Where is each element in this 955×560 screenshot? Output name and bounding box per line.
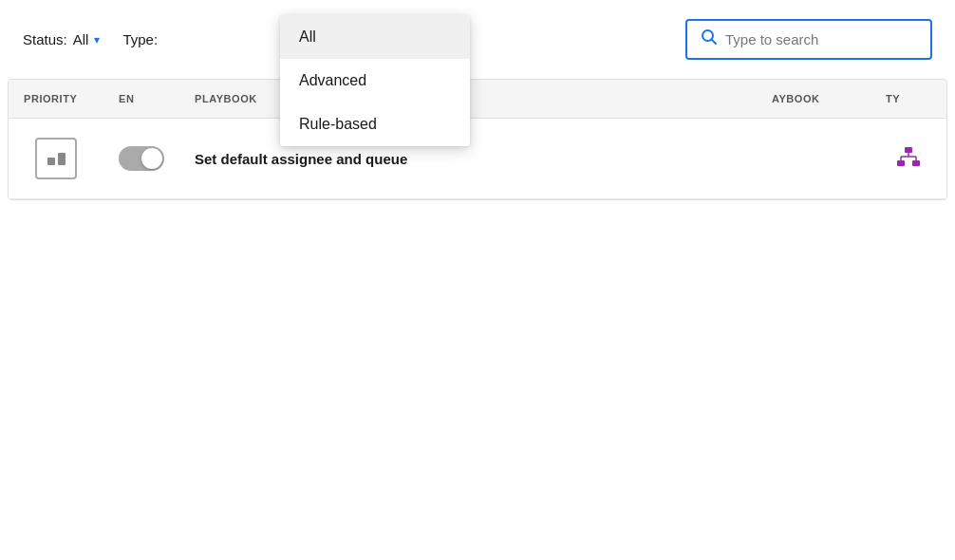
search-icon	[701, 28, 718, 50]
rules-table: PRIORITY EN PLAYBOOK AYBOOK TY S	[8, 79, 947, 200]
toggle-knob	[141, 148, 162, 169]
table-header: PRIORITY EN PLAYBOOK AYBOOK TY	[9, 80, 946, 119]
col-priority: PRIORITY	[9, 80, 103, 118]
svg-line-1	[712, 40, 717, 45]
col-type: TY	[871, 80, 946, 118]
priority-icon	[35, 138, 77, 179]
search-input[interactable]	[725, 31, 915, 47]
bar-2	[58, 153, 66, 165]
enabled-cell	[103, 146, 179, 171]
svg-rect-8	[912, 160, 920, 166]
search-box	[685, 19, 932, 60]
bar-1	[47, 158, 55, 165]
type-label: Type:	[122, 31, 158, 47]
rule-name: Set default assignee and queue	[195, 151, 407, 167]
rule-name-cell: Set default assignee and queue	[179, 151, 871, 167]
enabled-toggle[interactable]	[119, 146, 164, 171]
toggle-wrapper	[119, 146, 164, 171]
status-chevron-icon: ▾	[94, 33, 100, 47]
dropdown-item-rulebased[interactable]: Rule-based	[280, 103, 470, 146]
table-row: Set default assignee and queue	[9, 119, 946, 199]
status-label: Status:	[23, 31, 67, 47]
dropdown-menu: All Advanced Rule-based	[280, 15, 470, 146]
svg-rect-2	[905, 147, 912, 153]
type-dropdown: All Advanced Rule-based	[280, 15, 470, 146]
col-aybook: AYBOOK	[757, 80, 871, 118]
dropdown-item-advanced[interactable]: Advanced	[280, 59, 470, 103]
type-cell	[871, 145, 946, 172]
status-filter[interactable]: Status: All ▾	[23, 31, 100, 47]
col-enabled: EN	[103, 80, 179, 118]
toolbar: Status: All ▾ Type: Enabled only	[0, 0, 955, 79]
type-org-icon	[886, 145, 931, 172]
priority-bars	[47, 153, 66, 165]
dropdown-item-all[interactable]: All	[280, 15, 470, 59]
priority-cell	[9, 138, 103, 179]
status-value: All	[73, 31, 89, 47]
svg-rect-6	[897, 160, 905, 166]
